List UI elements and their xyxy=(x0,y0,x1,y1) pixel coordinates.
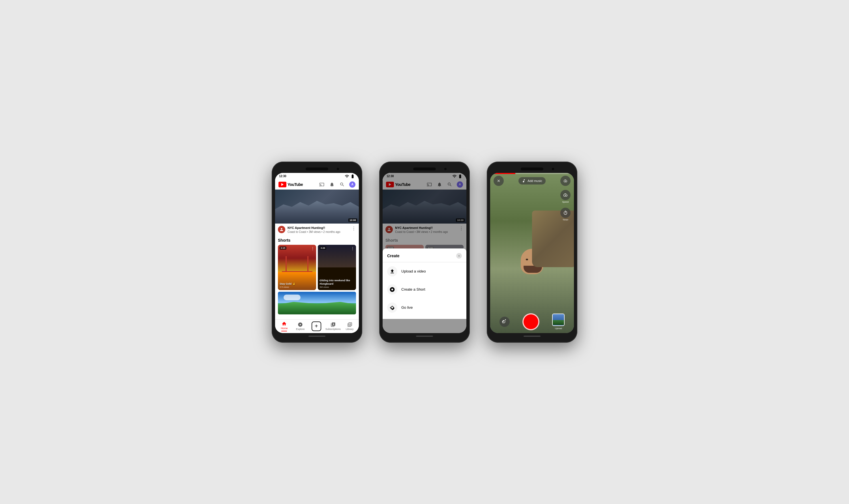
phone-2-bottom-bar xyxy=(383,333,466,339)
nav-home-label-1: Home xyxy=(281,327,288,330)
phone-3-notch-speaker xyxy=(521,167,543,170)
speed-control-3[interactable]: Speed xyxy=(560,190,571,203)
short-card-1-2[interactable]: 0:28 ⋮ Gliding into weekend like #longbo… xyxy=(318,245,356,290)
search-icon-1[interactable] xyxy=(339,181,345,187)
phone-2-camera-dot xyxy=(444,168,447,170)
modal-live-item-2[interactable]: Go live xyxy=(383,299,466,317)
phone-1-home-indicator xyxy=(308,336,325,337)
upload-caption-3: Upload xyxy=(555,327,562,330)
upload-icon-2 xyxy=(387,266,397,276)
phone-2-notch xyxy=(383,165,466,173)
short-duration-1-1: 0:15 xyxy=(279,247,286,250)
timer-label-3: Timer xyxy=(563,218,568,221)
short-label-1-1: Stay Gold ✌ 2.5 views xyxy=(279,283,314,288)
wifi-icon-1 xyxy=(345,174,349,179)
phones-container: 12:30 YouTube xyxy=(272,162,577,343)
upload-label-2: Upload a video xyxy=(401,269,426,273)
short-card-1-1[interactable]: 0:15 ⋮ Stay Gold ✌ 2.5 views xyxy=(278,245,316,290)
video-more-btn-1[interactable]: ⋮ xyxy=(351,226,356,231)
video-buildings-1 xyxy=(275,200,359,223)
cast-icon-1[interactable] xyxy=(319,181,325,187)
status-bar-1: 12:30 xyxy=(275,173,359,180)
nav-subs-label-1: Subscriptions xyxy=(325,328,341,330)
battery-icon-1 xyxy=(350,174,355,179)
yt-logo-icon-1 xyxy=(278,182,286,187)
phone-3-camera-dot xyxy=(552,168,554,170)
video-info-1: NYC Apartment Hunting!! Coast to Coast •… xyxy=(275,223,359,236)
live-label-2: Go live xyxy=(401,305,413,310)
shorts-section-1: Shorts 0:15 ⋮ Stay Gold ✌ xyxy=(275,236,359,319)
modal-header-2: Create × xyxy=(383,253,466,262)
phone-3-bottom-bar xyxy=(490,333,574,339)
phone-1-bottom-bar xyxy=(275,333,359,339)
camera-screen-3: Add music Speed xyxy=(490,173,574,333)
add-music-btn-3[interactable]: Add music xyxy=(519,177,545,184)
nav-home-underline-1 xyxy=(281,331,287,331)
speed-icon-3 xyxy=(560,190,571,200)
camera-close-btn-3[interactable] xyxy=(493,176,504,186)
phone-2-home-indicator xyxy=(416,336,433,337)
yt-header-1: YouTube A xyxy=(275,180,359,190)
nav-library-label-1: Library xyxy=(346,328,354,330)
nav-library-1[interactable]: Library xyxy=(343,322,357,330)
video-thumb-1: 10:00 xyxy=(275,190,359,223)
modal-close-btn-2[interactable]: × xyxy=(456,253,462,259)
camera-speed-btn-3[interactable] xyxy=(560,176,571,186)
short-more-1-1[interactable]: ⋮ xyxy=(311,247,314,250)
nav-explore-label-1: Explore xyxy=(296,328,305,330)
create-modal-2: Create × Upload a video Create a Short xyxy=(383,249,466,319)
status-icons-1 xyxy=(345,174,355,179)
modal-short-item-2[interactable]: Create a Short xyxy=(383,281,466,299)
record-btn-3[interactable] xyxy=(522,313,539,330)
phone-1: 12:30 YouTube xyxy=(272,162,362,343)
modal-title-2: Create xyxy=(387,254,400,258)
phone-3: Add music Speed xyxy=(487,162,577,343)
timer-control-3[interactable]: Timer xyxy=(560,208,571,221)
phone-2-screen: 12:30 YouTube xyxy=(383,173,466,333)
nav-subscriptions-1[interactable]: Subscriptions xyxy=(325,322,341,330)
camera-progress-bar-3 xyxy=(490,173,574,174)
landscape-clouds-1 xyxy=(284,294,301,300)
camera-bottom-bar-3: Upload xyxy=(490,313,574,330)
add-music-label-3: Add music xyxy=(527,179,542,182)
upload-thumb-3[interactable] xyxy=(552,313,564,326)
phone-3-notch xyxy=(490,165,574,173)
video-title-1: NYC Apartment Hunting!! xyxy=(288,226,349,230)
nav-explore-1[interactable]: Explore xyxy=(293,322,307,330)
short-camera-icon-2 xyxy=(387,284,397,294)
phone-1-screen: 12:30 YouTube xyxy=(275,173,359,333)
modal-upload-item-2[interactable]: Upload a video xyxy=(383,262,466,281)
short-label-1-2: Gliding into weekend like #longboard 3M … xyxy=(320,279,354,288)
video-subtitle-1: Coast to Coast • 3M views • 2 months ago xyxy=(288,230,349,233)
video-duration-1: 10:00 xyxy=(348,218,357,222)
person-eye-left-3 xyxy=(526,259,528,260)
camera-progress-fill-3 xyxy=(490,173,516,174)
flip-camera-btn-3[interactable] xyxy=(500,317,510,327)
nav-plus-icon-1[interactable]: + xyxy=(312,322,321,331)
timer-icon-3 xyxy=(560,208,571,218)
upload-container-3: Upload xyxy=(552,313,564,330)
nav-create-1[interactable]: + xyxy=(309,322,323,331)
status-time-1: 12:30 xyxy=(279,175,286,178)
yt-logo-1: YouTube xyxy=(278,182,317,187)
phone-1-notch xyxy=(275,165,359,173)
video-channel-avatar-1 xyxy=(278,226,285,233)
short-more-1-2[interactable]: ⋮ xyxy=(351,247,354,250)
short-label-2: Create a Short xyxy=(401,287,425,291)
bottom-nav-1: Home Explore + Subscriptions Library xyxy=(275,319,359,333)
live-icon-2 xyxy=(387,303,397,313)
phone-2-notch-speaker xyxy=(413,167,436,170)
shorts-title-1: Shorts xyxy=(278,238,356,242)
bell-icon-1[interactable] xyxy=(329,181,335,187)
avatar-1[interactable]: A xyxy=(349,181,356,187)
camera-top-bar-3: Add music xyxy=(490,173,574,189)
landscape-ground-1 xyxy=(278,302,356,314)
landscape-thumb-1 xyxy=(278,292,356,314)
short-duration-1-2: 0:28 xyxy=(320,247,326,250)
speed-label-3: Speed xyxy=(562,201,568,203)
phone-3-screen: Add music Speed xyxy=(490,173,574,333)
phone-1-notch-speaker xyxy=(306,167,328,170)
phone-3-home-indicator xyxy=(524,336,541,337)
video-meta-1: NYC Apartment Hunting!! Coast to Coast •… xyxy=(288,226,349,233)
nav-home-1[interactable]: Home xyxy=(277,321,291,331)
